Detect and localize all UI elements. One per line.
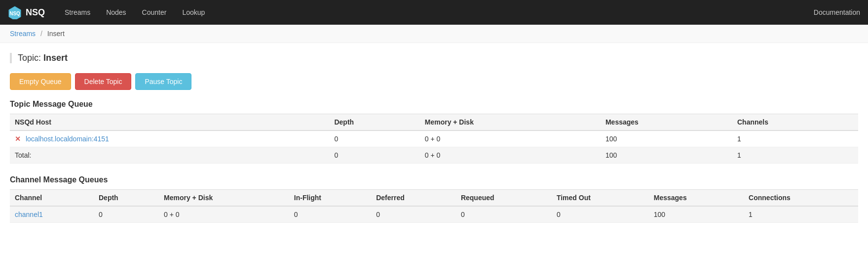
breadcrumb-streams-link[interactable]: Streams xyxy=(10,30,36,38)
host-cell: ✕ localhost.localdomain:4151 xyxy=(10,130,329,147)
ch-memory-disk-cell: 0 + 0 xyxy=(159,206,289,223)
col-memory-disk: Memory + Disk xyxy=(420,114,601,131)
breadcrumb-separator: / xyxy=(40,30,42,38)
channel-name-cell: channel1 xyxy=(10,206,94,223)
channel-link[interactable]: channel1 xyxy=(15,211,43,218)
ch-deferred-cell: 0 xyxy=(371,206,456,223)
ch-messages-cell: 100 xyxy=(649,206,744,223)
channel-table-header-row: Channel Depth Memory + Disk In-Flight De… xyxy=(10,190,858,207)
memory-disk-cell: 0 + 0 xyxy=(420,130,601,147)
ch-requeued-cell: 0 xyxy=(456,206,552,223)
channel-message-queues-section: Channel Message Queues Channel Depth Mem… xyxy=(10,175,858,223)
col-nsqd-host: NSQd Host xyxy=(10,114,329,131)
depth-cell: 0 xyxy=(329,130,419,147)
host-link[interactable]: localhost.localdomain:4151 xyxy=(26,135,109,143)
channel-table-row: channel1 0 0 + 0 0 0 0 0 100 1 xyxy=(10,206,858,223)
delete-topic-button[interactable]: Delete Topic xyxy=(75,73,132,90)
navbar-right: Documentation xyxy=(814,8,860,16)
ch-in-flight-cell: 0 xyxy=(289,206,371,223)
breadcrumb-current: Insert xyxy=(47,30,65,38)
empty-queue-button[interactable]: Empty Queue xyxy=(10,73,71,90)
total-channels-cell: 1 xyxy=(732,147,858,164)
total-messages-cell: 100 xyxy=(601,147,732,164)
ch-depth-cell: 0 xyxy=(94,206,159,223)
svg-text:NSQ: NSQ xyxy=(9,11,20,16)
col-depth: Depth xyxy=(329,114,419,131)
ch-col-requeued: Requeued xyxy=(456,190,552,207)
col-channels: Channels xyxy=(732,114,858,131)
documentation-link[interactable]: Documentation xyxy=(814,8,860,16)
messages-cell: 100 xyxy=(601,130,732,147)
ch-col-timed-out: Timed Out xyxy=(552,190,649,207)
x-icon: ✕ xyxy=(15,135,21,143)
navbar: NSQ NSQ Streams Nodes Counter Lookup Doc… xyxy=(0,0,868,25)
brand-label: NSQ xyxy=(26,7,45,18)
ch-connections-cell: 1 xyxy=(744,206,858,223)
nav-nodes[interactable]: Nodes xyxy=(98,1,134,23)
col-messages: Messages xyxy=(601,114,732,131)
ch-col-depth: Depth xyxy=(94,190,159,207)
nav-streams[interactable]: Streams xyxy=(57,1,98,23)
pause-topic-button[interactable]: Pause Topic xyxy=(135,73,191,90)
topic-message-queue-title: Topic Message Queue xyxy=(10,100,858,109)
nav-lookup[interactable]: Lookup xyxy=(174,1,213,23)
ch-col-deferred: Deferred xyxy=(371,190,456,207)
breadcrumb: Streams / Insert xyxy=(0,25,868,43)
topic-message-queue-table: NSQd Host Depth Memory + Disk Messages C… xyxy=(10,114,858,164)
channel-message-queues-title: Channel Message Queues xyxy=(10,175,858,184)
topic-table-header-row: NSQd Host Depth Memory + Disk Messages C… xyxy=(10,114,858,131)
ch-col-connections: Connections xyxy=(744,190,858,207)
ch-timed-out-cell: 0 xyxy=(552,206,649,223)
navbar-nav: Streams Nodes Counter Lookup xyxy=(57,1,814,23)
total-depth-cell: 0 xyxy=(329,147,419,164)
ch-col-messages: Messages xyxy=(649,190,744,207)
action-buttons: Empty Queue Delete Topic Pause Topic xyxy=(10,73,858,90)
total-label-cell: Total: xyxy=(10,147,329,164)
topic-name: Insert xyxy=(43,53,68,63)
ch-col-in-flight: In-Flight xyxy=(289,190,371,207)
nsq-logo-icon: NSQ xyxy=(8,5,22,19)
topic-table-row: ✕ localhost.localdomain:4151 0 0 + 0 100… xyxy=(10,130,858,147)
topic-table-total-row: Total: 0 0 + 0 100 1 xyxy=(10,147,858,164)
topic-title: Topic: Insert xyxy=(10,53,858,63)
topic-prefix: Topic: xyxy=(18,53,41,63)
channel-message-queues-table: Channel Depth Memory + Disk In-Flight De… xyxy=(10,189,858,223)
channels-cell: 1 xyxy=(732,130,858,147)
ch-col-memory-disk: Memory + Disk xyxy=(159,190,289,207)
nav-counter[interactable]: Counter xyxy=(134,1,175,23)
navbar-brand[interactable]: NSQ NSQ xyxy=(8,5,45,19)
main-content: Topic: Insert Empty Queue Delete Topic P… xyxy=(0,43,868,245)
topic-message-queue-section: Topic Message Queue NSQd Host Depth Memo… xyxy=(10,100,858,164)
ch-col-channel: Channel xyxy=(10,190,94,207)
total-memory-disk-cell: 0 + 0 xyxy=(420,147,601,164)
